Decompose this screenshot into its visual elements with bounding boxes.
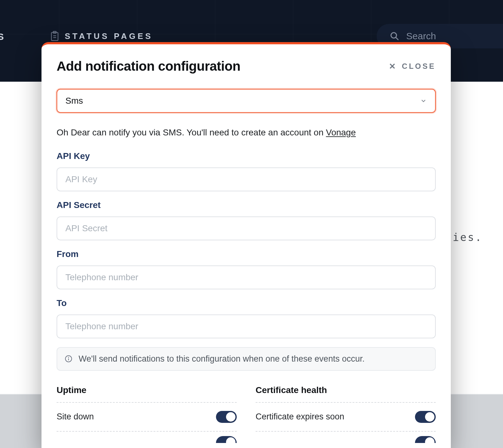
description-text: Oh Dear can notify you via SMS. You'll n… bbox=[57, 128, 326, 137]
search-icon bbox=[390, 31, 399, 41]
svg-point-8 bbox=[69, 357, 69, 358]
field-api-secret: API Secret bbox=[57, 200, 436, 240]
breadcrumb[interactable]: STATUS PAGES bbox=[50, 31, 153, 41]
to-label: To bbox=[57, 298, 436, 308]
api-key-input[interactable] bbox=[57, 167, 436, 191]
field-api-key: API Key bbox=[57, 151, 436, 191]
toggle-site-down[interactable] bbox=[216, 411, 237, 423]
to-input[interactable] bbox=[57, 314, 436, 338]
search-placeholder: Search bbox=[406, 31, 436, 41]
notification-config-modal: Add notification configuration ✕ CLOSE S… bbox=[41, 42, 451, 448]
breadcrumb-label: STATUS PAGES bbox=[65, 31, 153, 41]
channel-description: Oh Dear can notify you via SMS. You'll n… bbox=[57, 127, 436, 139]
channel-select-value: Sms bbox=[65, 96, 83, 106]
vonage-link[interactable]: Vonage bbox=[326, 128, 356, 137]
modal-header: Add notification configuration ✕ CLOSE bbox=[57, 59, 436, 74]
close-label: CLOSE bbox=[402, 62, 436, 71]
toggle-row-site-down: Site down bbox=[57, 403, 237, 431]
info-text: We'll send notifications to this configu… bbox=[79, 354, 365, 364]
toggle-cert-expires[interactable] bbox=[415, 411, 436, 423]
background-peek-text: ies. bbox=[453, 231, 483, 243]
uptime-title: Uptime bbox=[57, 385, 237, 395]
event-toggles: Uptime Site down Certificate health Cert… bbox=[57, 385, 436, 443]
toggle-partial-cert-next[interactable] bbox=[415, 436, 436, 443]
from-input[interactable] bbox=[57, 265, 436, 289]
svg-line-5 bbox=[396, 37, 398, 40]
close-button[interactable]: ✕ CLOSE bbox=[389, 62, 436, 71]
channel-select[interactable]: Sms bbox=[57, 89, 436, 113]
info-icon bbox=[65, 355, 72, 363]
nav-fragment: S bbox=[0, 31, 6, 42]
clipboard-icon bbox=[50, 31, 59, 41]
cert-title: Certificate health bbox=[256, 385, 436, 395]
svg-rect-0 bbox=[52, 32, 58, 41]
toggle-col-uptime: Uptime Site down bbox=[57, 385, 237, 443]
from-label: From bbox=[57, 249, 436, 259]
site-down-label: Site down bbox=[57, 412, 94, 422]
cert-expires-label: Certificate expires soon bbox=[256, 412, 344, 422]
field-to: To bbox=[57, 298, 436, 338]
field-from: From bbox=[57, 249, 436, 289]
chevron-down-icon bbox=[420, 97, 427, 104]
toggle-partial-uptime-next[interactable] bbox=[216, 436, 237, 443]
modal-title: Add notification configuration bbox=[57, 59, 240, 74]
api-key-label: API Key bbox=[57, 151, 436, 161]
close-icon: ✕ bbox=[389, 62, 397, 70]
info-strip: We'll send notifications to this configu… bbox=[57, 347, 436, 371]
api-secret-input[interactable] bbox=[57, 216, 436, 240]
toggle-row-cert-expires: Certificate expires soon bbox=[256, 403, 436, 431]
api-secret-label: API Secret bbox=[57, 200, 436, 210]
toggle-col-cert: Certificate health Certificate expires s… bbox=[256, 385, 436, 443]
